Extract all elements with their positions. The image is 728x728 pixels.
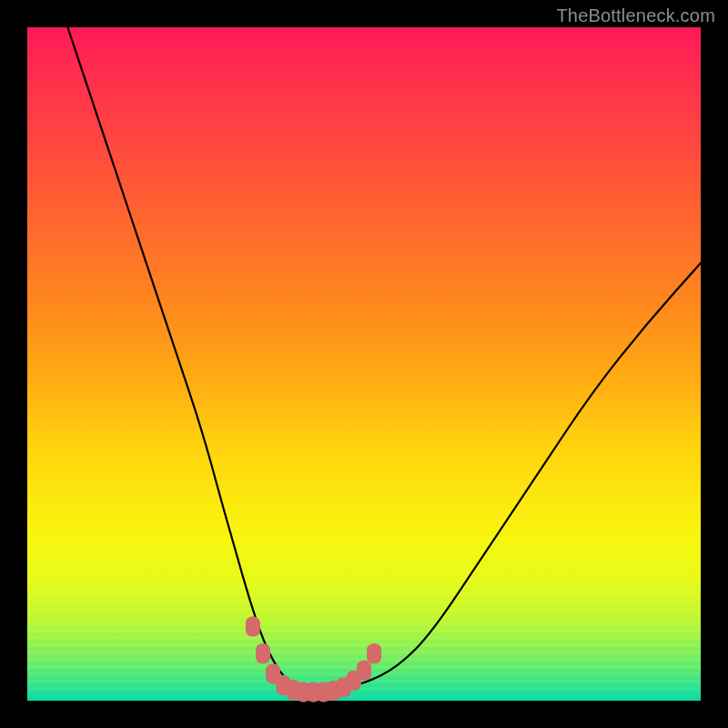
floor-marker (256, 643, 270, 663)
floor-marker (367, 643, 381, 663)
watermark-text: TheBottleneck.com (556, 5, 715, 26)
curve-layer (27, 27, 701, 701)
bottleneck-curve (67, 27, 701, 691)
floor-marker (246, 617, 260, 637)
chart-frame: TheBottleneck.com (0, 0, 728, 728)
floor-marker (357, 661, 371, 681)
plot-area (27, 27, 701, 701)
floor-markers-group (246, 617, 381, 703)
